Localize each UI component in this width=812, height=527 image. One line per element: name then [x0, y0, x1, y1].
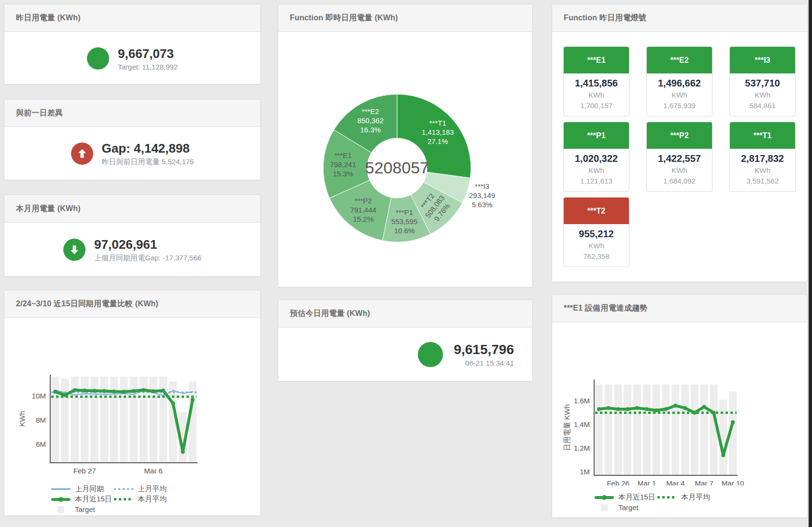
today-estimate-value: 9,615,796 — [454, 342, 514, 357]
donut-slice-label: 293,149 — [469, 191, 495, 199]
donut-slice-label: ***E2 — [362, 107, 379, 115]
panel-title: 與前一日差異 — [16, 108, 63, 118]
gap-subtitle: 昨日與前日用電量 5,524,175 — [102, 157, 194, 167]
panel-gap-prev-day: 與前一日差異 Gap: 4,142,898 昨日與前日用電量 5,524,175 — [4, 99, 261, 180]
tile-unit: KWh — [648, 89, 711, 100]
donut-slice-label: ***I3 — [475, 182, 489, 190]
legend-item[interactable]: Target — [51, 505, 95, 513]
svg-text:日用電量 KWh: 日用電量 KWh — [563, 404, 571, 451]
legend-label: 本月近15日 — [75, 495, 112, 504]
legend-item[interactable]: 本月近15日 — [51, 495, 114, 504]
tile-label: ***E1 — [564, 47, 629, 73]
compare-chart-legend: 上月同期上月平均本月近15日本月平均Target — [51, 484, 260, 514]
panel-yesterday-usage: 昨日用電量 (KWh) 9,667,073 Target: 11,128,992 — [4, 4, 261, 85]
legend-item[interactable]: 本月平均 — [657, 493, 710, 502]
panel-compare-header[interactable]: 2/24~3/10 近15日同期用電量比較 (KWh) — [4, 290, 260, 318]
donut-slice-label: ***T1 — [429, 119, 446, 127]
tile-target: 584,861 — [731, 100, 794, 111]
tile-value: 955,212 — [565, 228, 628, 240]
donut-slice-label: ***E1 — [334, 151, 352, 159]
month-usage-value: 97,026,961 — [94, 237, 201, 252]
gap-value: Gap: 4,142,898 — [102, 141, 194, 156]
tile-value: 1,422,557 — [648, 152, 711, 165]
panel-realtime-donut: Function 即時日用電量 (KWh) ***T11,413,18327.1… — [278, 4, 533, 287]
month-usage-gap: 上個月同期用電Gap: -17,377,566 — [94, 254, 201, 263]
svg-text:1.6M: 1.6M — [574, 397, 590, 405]
donut-slice-label: 10.6% — [394, 227, 415, 235]
donut-slice-label: 850,362 — [357, 116, 384, 125]
svg-text:6M: 6M — [36, 440, 46, 448]
svg-text:Mar 6: Mar 6 — [144, 467, 162, 475]
e1-trend-legend: 本月近15日本月平均Target — [595, 492, 807, 513]
panel-estimate-header[interactable]: 預估今日用電量 (KWh) — [278, 300, 532, 328]
tile-body: 537,710KWh584,861 — [730, 73, 795, 116]
lights-tiles-grid: ***E11,415,856KWh1,700,157***E21,496,662… — [552, 32, 807, 267]
legend-label: 上月同期 — [75, 484, 104, 494]
tile-label: ***P1 — [564, 122, 629, 149]
svg-text:Mar 4: Mar 4 — [666, 479, 684, 485]
tile-target: 1,700,157 — [565, 100, 628, 111]
svg-text:Mar 10: Mar 10 — [722, 479, 744, 485]
scrollbar[interactable] — [809, 0, 812, 527]
donut-slice-label: 553,595 — [391, 217, 417, 226]
tile-value: 537,710 — [731, 77, 794, 89]
legend-swatch-icon — [595, 504, 614, 511]
legend-item[interactable]: 上月平均 — [114, 484, 167, 494]
tile-target: 1,675,939 — [648, 100, 711, 111]
legend-swatch-icon — [51, 488, 71, 490]
panel-e1-trend: ***E1 設備用電達成趨勢 1M1.2M1.4M1.6MFeb 26Mar 1… — [552, 294, 808, 518]
legend-item[interactable]: 上月同期 — [51, 484, 114, 494]
tile-label: ***E2 — [647, 47, 712, 73]
legend-label: Target — [75, 505, 95, 513]
svg-text:1.4M: 1.4M — [574, 420, 590, 428]
tile-value: 2,817,832 — [731, 152, 794, 165]
donut-center-total: 5208057 — [365, 158, 429, 177]
arrow-down-icon — [63, 239, 85, 261]
legend-label: 本月平均 — [681, 493, 710, 502]
svg-text:1.2M: 1.2M — [574, 444, 590, 452]
tile-target: 3,591,562 — [731, 176, 794, 186]
panel-donut-header[interactable]: Function 即時日用電量 (KWh) — [278, 4, 532, 32]
donut-slice-label: 1,413,183 — [422, 128, 454, 136]
tile-unit: KWh — [648, 165, 711, 176]
svg-text:Mar 7: Mar 7 — [695, 479, 713, 485]
tile-body: 1,020,322KWh1,121,613 — [564, 149, 629, 191]
svg-text:Feb 27: Feb 27 — [73, 467, 96, 475]
e1-trend-chart: 1M1.2M1.4M1.6MFeb 26Mar 1Mar 4Mar 7Mar 1… — [552, 322, 803, 485]
svg-text:8M: 8M — [36, 416, 46, 424]
legend-label: 本月平均 — [138, 495, 167, 504]
tile-unit: KWh — [565, 240, 628, 251]
donut-slice-label: 798,241 — [330, 160, 356, 169]
legend-item[interactable]: 本月平均 — [114, 495, 167, 504]
tile-label: ***T1 — [730, 122, 795, 149]
panel-month-header[interactable]: 本月用電量 (KWh) — [4, 195, 260, 223]
donut-chart[interactable]: ***T11,413,18327.1%***I3293,1495.63%***T… — [278, 32, 532, 287]
panel-lights-header[interactable]: Function 昨日用電燈號 — [552, 4, 807, 32]
panel-e1-trend-header[interactable]: ***E1 設備用電達成趨勢 — [552, 295, 807, 322]
yesterday-usage-value: 9,667,073 — [118, 46, 178, 61]
svg-text:10M: 10M — [32, 392, 46, 400]
light-tile-T1: ***T12,817,832KWh3,591,562 — [729, 122, 796, 192]
panel-title: ***E1 設備用電達成趨勢 — [564, 303, 648, 313]
tile-unit: KWh — [731, 165, 794, 176]
tile-value: 1,496,662 — [648, 77, 711, 89]
legend-swatch-icon — [114, 498, 133, 500]
dashboard: 昨日用電量 (KWh) 9,667,073 Target: 11,128,992… — [0, 0, 812, 527]
legend-label: 本月近15日 — [618, 493, 655, 502]
tile-value: 1,415,856 — [565, 77, 628, 89]
tile-body: 2,817,832KWh3,591,562 — [730, 149, 795, 191]
tile-unit: KWh — [731, 89, 794, 100]
legend-swatch-icon — [51, 498, 71, 501]
legend-swatch-icon — [595, 496, 614, 499]
light-tile-P1: ***P11,020,322KWh1,121,613 — [563, 122, 629, 192]
tile-unit: KWh — [565, 165, 628, 176]
donut-slice-label: 15.3% — [333, 170, 354, 178]
panel-yesterday-header[interactable]: 昨日用電量 (KWh) — [4, 4, 260, 32]
legend-item[interactable]: 本月近15日 — [595, 493, 657, 502]
panel-gap-header[interactable]: 與前一日差異 — [4, 100, 260, 127]
donut-slice-label: 5.63% — [472, 200, 493, 209]
tile-target: 1,121,613 — [565, 176, 628, 186]
legend-item[interactable]: Target — [595, 503, 639, 512]
tile-label: ***T2 — [564, 198, 629, 224]
panel-compare-15days: 2/24~3/10 近15日同期用電量比較 (KWh) 6M8M10MFeb 2… — [4, 290, 261, 516]
